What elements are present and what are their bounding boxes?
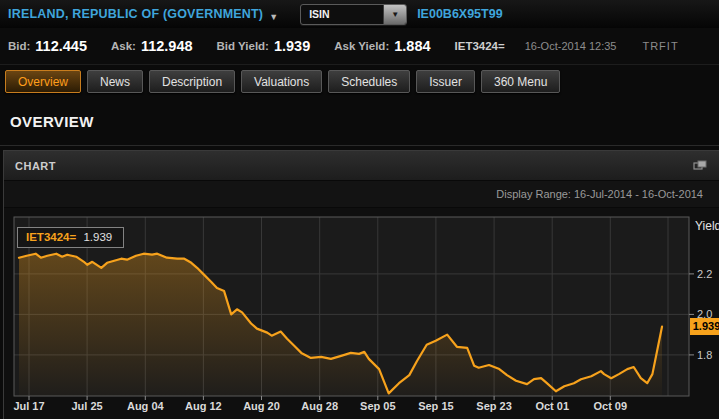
bid-yield-value: 1.939 [274, 38, 310, 54]
svg-text:Sep 23: Sep 23 [476, 400, 511, 412]
tab-label: Valuations [254, 75, 309, 89]
chart-panel: CHART Display Range: 16-Jul-2014 - 16-Oc… [3, 150, 719, 419]
chart-legend: IET3424= 1.939 [17, 227, 124, 248]
chart-panel-title: CHART [15, 160, 56, 172]
tab-label: Overview [18, 75, 68, 89]
svg-text:Yield: Yield [695, 219, 719, 233]
page-title-row: OVERVIEW [0, 98, 719, 146]
tab-valuations[interactable]: Valuations [241, 70, 322, 93]
id-type-selected-value: ISIN [301, 5, 383, 24]
svg-text:2.2: 2.2 [697, 268, 712, 280]
legend-ticker: IET3424= [26, 231, 76, 243]
tab-news[interactable]: News [87, 70, 143, 93]
tab-overview[interactable]: Overview [5, 70, 81, 93]
security-dropdown-caret-icon[interactable]: ▼ [269, 12, 278, 22]
tab-schedules[interactable]: Schedules [328, 70, 410, 93]
tab-label: Schedules [341, 75, 397, 89]
svg-text:Oct 09: Oct 09 [593, 400, 627, 412]
yield-chart[interactable]: Jul 17Jul 25Aug 04Aug 12Aug 20Aug 28Sep … [4, 208, 719, 419]
ticker-code: IET3424= [455, 40, 505, 52]
tab-360-menu[interactable]: 360 Menu [481, 70, 560, 93]
tab-description[interactable]: Description [149, 70, 235, 93]
svg-text:Sep 15: Sep 15 [418, 400, 453, 412]
svg-text:Aug 28: Aug 28 [301, 400, 338, 412]
bid-value: 112.445 [35, 38, 87, 54]
page-title: OVERVIEW [10, 113, 94, 130]
ask-yield-value: 1.884 [394, 38, 430, 54]
id-type-dropdown-button[interactable]: ▼ [383, 5, 406, 24]
ask-yield-label: Ask Yield: [334, 40, 389, 52]
svg-text:Aug 12: Aug 12 [185, 400, 222, 412]
svg-text:1.8: 1.8 [697, 349, 712, 361]
tab-label: Issuer [429, 75, 462, 89]
tab-label: 360 Menu [494, 75, 547, 89]
tab-bar: Overview News Description Valuations Sch… [0, 65, 719, 98]
title-bar: IRELAND, REPUBLIC OF (GOVERNMENT) ▼ ISIN… [0, 0, 719, 28]
svg-text:Jul 17: Jul 17 [13, 400, 44, 412]
last-price-badge: 1.939 [690, 318, 719, 335]
bid-yield-label: Bid Yield: [217, 40, 269, 52]
legend-value: 1.939 [83, 231, 112, 243]
display-range-row: Display Range: 16-Jul-2014 - 16-Oct-2014 [4, 181, 719, 208]
svg-text:Jul 25: Jul 25 [72, 400, 103, 412]
quote-bar: Bid: 112.445 Ask: 112.948 Bid Yield: 1.9… [0, 28, 719, 65]
svg-text:Aug 20: Aug 20 [243, 400, 280, 412]
svg-text:Sep 05: Sep 05 [360, 400, 395, 412]
tab-label: News [100, 75, 130, 89]
isin-value: IE00B6X95T99 [417, 7, 502, 21]
ask-value: 112.948 [141, 38, 193, 54]
id-type-select[interactable]: ISIN ▼ [300, 4, 407, 25]
bid-label: Bid: [8, 40, 30, 52]
chart-panel-header: CHART [4, 151, 719, 181]
quote-source: TRFIT [642, 40, 678, 52]
tab-label: Description [162, 75, 222, 89]
security-name: IRELAND, REPUBLIC OF (GOVERNMENT) [8, 7, 263, 21]
ask-label: Ask: [111, 40, 136, 52]
popout-chart-icon[interactable] [693, 160, 707, 171]
display-range-text: Display Range: 16-Jul-2014 - 16-Oct-2014 [496, 188, 703, 200]
tab-issuer[interactable]: Issuer [416, 70, 475, 93]
svg-text:Oct 01: Oct 01 [535, 400, 569, 412]
chevron-down-icon: ▼ [391, 10, 399, 19]
quote-timestamp: 16-Oct-2014 12:35 [525, 40, 617, 52]
svg-text:Aug 04: Aug 04 [127, 400, 165, 412]
